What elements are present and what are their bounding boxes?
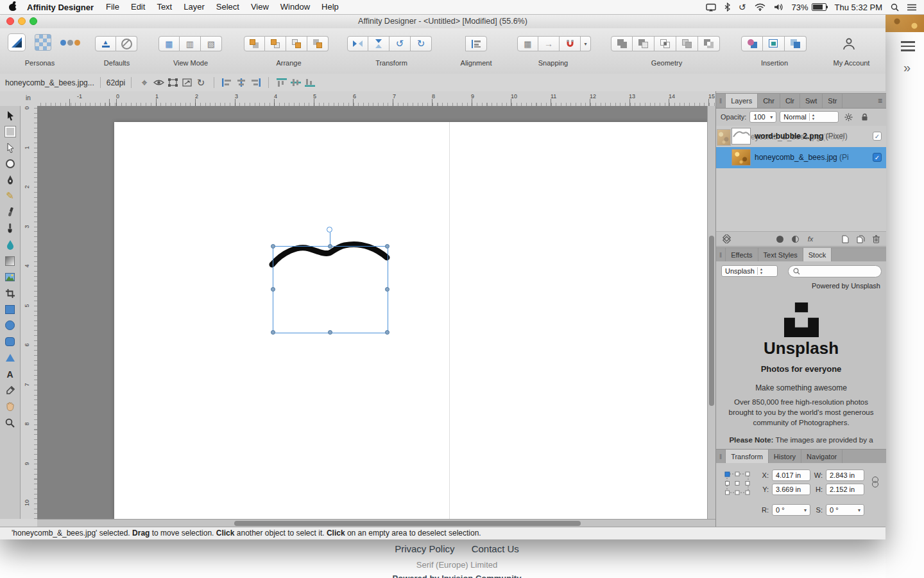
flip-vertical-button[interactable]: [368, 36, 389, 51]
layer-row-honeycomb[interactable]: honeycomb_&_bees.jpg (Pi ✓: [716, 147, 886, 168]
flip-horizontal-button[interactable]: [347, 36, 368, 51]
snapping-grid-button[interactable]: ▦: [517, 36, 538, 51]
selection-bounding-box[interactable]: [273, 246, 388, 333]
menu-window[interactable]: Window: [275, 0, 316, 14]
move-tool[interactable]: [4, 110, 16, 121]
menu-layer[interactable]: Layer: [178, 0, 210, 14]
menu-app-name[interactable]: Affinity Designer: [23, 3, 100, 12]
align-left-icon[interactable]: [220, 76, 234, 89]
notification-center-icon[interactable]: [907, 4, 916, 11]
shear-input[interactable]: 0 °▾: [826, 504, 864, 516]
scale-box-icon[interactable]: [180, 76, 194, 89]
align-bottom-icon[interactable]: [303, 76, 317, 89]
close-window-button[interactable]: [6, 17, 14, 25]
window-title-bar[interactable]: Affinity Designer - <Untitled> [Modified…: [0, 14, 886, 29]
canvas-viewport[interactable]: [37, 106, 715, 519]
artistic-text-tool[interactable]: A: [4, 369, 16, 380]
move-to-front-button[interactable]: [244, 36, 265, 51]
document-page[interactable]: [114, 122, 708, 519]
stock-search-input[interactable]: [788, 265, 882, 277]
view-pan-tool[interactable]: [4, 401, 16, 412]
zoom-window-button[interactable]: [30, 17, 37, 25]
layers-stack-icon[interactable]: [720, 232, 733, 245]
selection-handle-top-left[interactable]: [271, 244, 275, 249]
time-machine-icon[interactable]: ↺: [739, 3, 746, 12]
apple-menu-icon[interactable]: [0, 0, 23, 14]
view-mode-pixels-button[interactable]: ▥: [180, 36, 201, 51]
align-top-icon[interactable]: [275, 76, 289, 89]
vertical-scrollbar-track[interactable]: [707, 106, 715, 519]
privacy-policy-link[interactable]: Privacy Policy: [395, 543, 454, 554]
menu-edit[interactable]: Edit: [125, 0, 151, 14]
adjustment-icon[interactable]: [773, 232, 786, 245]
spotlight-icon[interactable]: [891, 3, 899, 12]
move-backward-one-button[interactable]: [286, 36, 307, 51]
h-input[interactable]: 2.152 in: [826, 484, 864, 495]
pen-tool[interactable]: [4, 175, 16, 186]
horizontal-scrollbar-thumb[interactable]: [234, 521, 581, 526]
export-persona-icon[interactable]: [60, 40, 80, 46]
stock-provider-select[interactable]: Unsplash ▲▼: [721, 265, 778, 277]
tab-transform[interactable]: Transform: [726, 450, 769, 464]
move-forward-one-button[interactable]: [265, 36, 286, 51]
new-pixel-layer-icon[interactable]: [854, 232, 867, 245]
layer-thumbnail-word-bubble[interactable]: [732, 128, 751, 144]
tab-text-styles[interactable]: Text Styles: [758, 248, 803, 262]
layer-row-word-bubble[interactable]: word-bubble 2.png (Pixel) ✓: [716, 126, 886, 147]
align-middle-icon[interactable]: [289, 76, 303, 89]
selection-handle-bottom-right[interactable]: [385, 330, 389, 335]
menu-select[interactable]: Select: [210, 0, 245, 14]
webpage-hamburger-icon[interactable]: [901, 41, 915, 51]
my-account-button[interactable]: [842, 37, 856, 53]
blend-options-gear-icon[interactable]: [842, 110, 855, 123]
view-mode-retina-button[interactable]: ▧: [201, 36, 222, 51]
anchor-point-selector[interactable]: [723, 469, 753, 498]
opacity-input[interactable]: 100▾: [749, 111, 776, 123]
synchronise-defaults-button[interactable]: ▲: [95, 36, 116, 51]
menu-file[interactable]: File: [100, 0, 125, 14]
triangle-shape-tool[interactable]: [4, 353, 16, 363]
y-input[interactable]: 3.669 in: [772, 484, 810, 495]
ellipse-tool[interactable]: [4, 320, 16, 331]
vector-brush-tool[interactable]: [4, 207, 16, 218]
rounded-rectangle-tool[interactable]: [4, 337, 16, 347]
align-right-icon[interactable]: [248, 76, 262, 89]
insert-on-top-button[interactable]: [785, 36, 807, 51]
lock-layer-icon[interactable]: [858, 110, 871, 123]
geometry-add-button[interactable]: [611, 36, 633, 51]
tab-colour[interactable]: Clr: [780, 94, 800, 108]
pencil-tool[interactable]: ✎: [4, 191, 16, 202]
selection-handle-top-center[interactable]: [328, 244, 332, 249]
mask-icon[interactable]: [789, 232, 801, 245]
w-input[interactable]: 2.843 in: [826, 469, 864, 481]
revert-defaults-button[interactable]: [116, 36, 137, 51]
contact-us-link[interactable]: Contact Us: [472, 543, 519, 554]
vertical-scrollbar-thumb[interactable]: [709, 236, 714, 406]
artboard-tool[interactable]: [4, 126, 16, 137]
insert-inside-button[interactable]: [763, 36, 785, 51]
cycle-selection-box-icon[interactable]: ↻: [194, 76, 208, 89]
context-dpi[interactable]: 62dpi: [107, 78, 125, 87]
minimize-window-button[interactable]: [18, 17, 26, 25]
tab-navigator[interactable]: Navigator: [801, 450, 843, 464]
tab-history[interactable]: History: [769, 450, 801, 464]
battery-indicator[interactable]: 73%: [792, 3, 826, 12]
pixel-persona-icon[interactable]: [35, 34, 51, 51]
paint-brush-tool[interactable]: [4, 223, 16, 234]
airplay-icon[interactable]: [706, 3, 716, 12]
place-image-tool[interactable]: [4, 272, 16, 283]
geometry-intersect-button[interactable]: [654, 36, 676, 51]
show-transform-handles-icon[interactable]: [166, 76, 180, 89]
tab-character[interactable]: Chr: [758, 94, 780, 108]
geometry-subtract-button[interactable]: [633, 36, 654, 51]
panel-grip-icon[interactable]: ‖: [716, 450, 726, 464]
tab-swatches[interactable]: Swt: [800, 94, 823, 108]
layer-visibility-checkbox[interactable]: ✓: [873, 153, 882, 162]
new-layer-icon[interactable]: [839, 232, 851, 245]
zoom-tool[interactable]: [4, 417, 16, 428]
color-picker-tool[interactable]: [4, 385, 16, 396]
wifi-icon[interactable]: [755, 3, 766, 11]
selection-handle-bottom-center[interactable]: [328, 330, 332, 335]
snapping-move-by-whole-pixels-button[interactable]: →: [538, 36, 560, 51]
delete-layer-trash-icon[interactable]: [869, 232, 882, 245]
